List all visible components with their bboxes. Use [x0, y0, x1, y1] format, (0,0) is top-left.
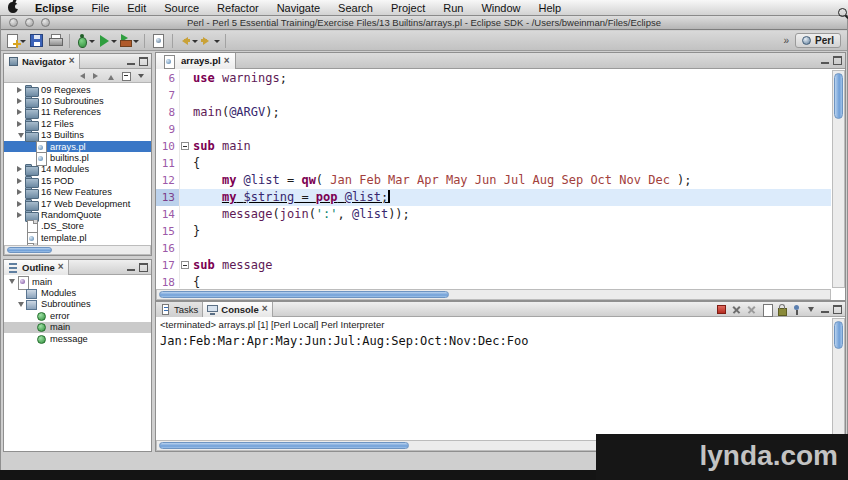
tree-item-randomquote[interactable]: RandomQuote	[4, 209, 151, 220]
line-number[interactable]: 12	[156, 172, 180, 189]
code-line-12[interactable]: 12 my @list = qw( Jan Feb Mar Apr May Ju…	[156, 172, 831, 189]
menu-search[interactable]: Search	[329, 0, 382, 16]
nav-forward-icon[interactable]	[91, 71, 101, 81]
menu-edit[interactable]: Edit	[118, 0, 155, 16]
tasks-tab[interactable]: Tasks	[156, 302, 203, 317]
dropdown-arrow-icon[interactable]	[133, 40, 139, 46]
tree-item-message[interactable]: message	[4, 333, 151, 344]
line-number[interactable]: 11	[156, 155, 180, 172]
close-icon[interactable]	[262, 304, 268, 314]
ext-tools-button[interactable]	[118, 32, 140, 50]
minimize-view-icon[interactable]	[127, 57, 136, 66]
line-number[interactable]: 17	[156, 257, 180, 274]
disclosure-triangle-icon[interactable]	[16, 166, 25, 172]
console-vscrollbar[interactable]	[832, 318, 845, 439]
maximize-view-icon[interactable]	[139, 263, 148, 272]
disclosure-triangle-icon[interactable]	[16, 212, 25, 218]
close-icon[interactable]	[224, 56, 230, 66]
disclosure-triangle-icon[interactable]	[16, 201, 25, 207]
tree-item-14-modules[interactable]: 14 Modules	[4, 164, 151, 175]
menu-refactor[interactable]: Refactor	[208, 0, 268, 16]
editor-tab-arrays-pl[interactable]: arrays.pl	[156, 53, 236, 69]
menu-window[interactable]: Window	[472, 0, 529, 16]
code-editor[interactable]: 6use warnings;78main(@ARGV);910sub main1…	[156, 70, 831, 288]
debug-button[interactable]	[74, 32, 96, 50]
dropdown-arrow-icon[interactable]	[192, 40, 198, 46]
window-titlebar[interactable]: Perl - Perl 5 Essential Training/Exercis…	[1, 16, 847, 30]
tree-item-10-subroutines[interactable]: 10 Subroutines	[4, 95, 151, 106]
disclosure-triangle-icon[interactable]	[16, 109, 25, 115]
perspective-perl-button[interactable]: Perl	[795, 33, 841, 48]
tree-item-template-pl[interactable]: template.pl	[4, 232, 151, 243]
line-number[interactable]: 14	[156, 206, 180, 223]
code-line-15[interactable]: 15}	[156, 223, 831, 240]
code-line-18[interactable]: 18{	[156, 274, 831, 288]
code-line-14[interactable]: 14 message(join(':', @list));	[156, 206, 831, 223]
navigator-hscrollbar[interactable]	[4, 245, 151, 255]
minimize-view-icon[interactable]	[127, 263, 136, 272]
disclosure-triangle-icon[interactable]	[16, 189, 25, 195]
code-line-8[interactable]: 8main(@ARGV);	[156, 104, 831, 121]
menu-source[interactable]: Source	[155, 0, 208, 16]
console-tab[interactable]: Console	[203, 302, 272, 317]
line-number[interactable]: 9	[156, 121, 180, 138]
tree-item-error[interactable]: error	[4, 310, 151, 321]
maximize-editor-icon[interactable]	[833, 56, 842, 65]
scrollbar-thumb[interactable]	[159, 291, 449, 298]
disclosure-triangle-icon[interactable]	[16, 98, 25, 104]
minimize-view-icon[interactable]	[821, 305, 830, 314]
apple-menu[interactable]	[0, 2, 26, 13]
pin-console-icon[interactable]	[791, 304, 802, 315]
perl-doc-button[interactable]	[149, 32, 168, 50]
disclosure-triangle-icon[interactable]	[16, 299, 25, 310]
stop-console-icon[interactable]	[716, 304, 727, 315]
tree-item-11-references[interactable]: 11 References	[4, 107, 151, 118]
disclosure-triangle-icon[interactable]	[7, 276, 16, 287]
close-icon[interactable]	[58, 262, 64, 272]
maximize-view-icon[interactable]	[139, 57, 148, 66]
line-number[interactable]: 18	[156, 274, 180, 288]
menu-project[interactable]: Project	[382, 0, 434, 16]
clear-console-icon[interactable]	[761, 304, 772, 315]
tree-item-12-files[interactable]: 12 Files	[4, 118, 151, 129]
perspective-overflow-chevron[interactable]: »	[784, 35, 790, 46]
menu-console-icon[interactable]	[806, 304, 817, 315]
fold-marker-icon[interactable]	[180, 138, 190, 155]
line-number[interactable]: 15	[156, 223, 180, 240]
menu-navigate[interactable]: Navigate	[268, 0, 329, 16]
line-number[interactable]: 7	[156, 87, 180, 104]
nav-back-icon[interactable]	[76, 71, 86, 81]
disclosure-triangle-icon[interactable]	[16, 87, 25, 93]
new-file-button[interactable]	[5, 32, 27, 50]
maximize-view-icon[interactable]	[833, 305, 842, 314]
disclosure-triangle-icon[interactable]	[16, 130, 25, 141]
outline-tab[interactable]: Outline	[4, 260, 69, 275]
line-number[interactable]: 6	[156, 70, 180, 87]
code-line-9[interactable]: 9	[156, 121, 831, 138]
dropdown-arrow-icon[interactable]	[89, 40, 95, 46]
code-line-16[interactable]: 16	[156, 240, 831, 257]
minimize-editor-icon[interactable]	[821, 56, 830, 65]
editor-hscrollbar[interactable]	[156, 289, 831, 300]
tree-item-builtins-pl[interactable]: builtins.pl	[4, 152, 151, 163]
disclosure-triangle-icon[interactable]	[16, 178, 25, 184]
line-number[interactable]: 10	[156, 138, 180, 155]
tree-item-15-pod[interactable]: 15 POD	[4, 175, 151, 186]
scrollbar-thumb[interactable]	[159, 442, 409, 449]
code-line-6[interactable]: 6use warnings;	[156, 70, 831, 87]
forward-button[interactable]	[199, 32, 221, 50]
tree-item-16-new-features[interactable]: 16 New Features	[4, 187, 151, 198]
nav-up-icon[interactable]	[106, 71, 116, 81]
code-line-10[interactable]: 10sub main	[156, 138, 831, 155]
scrollbar-thumb[interactable]	[7, 247, 52, 253]
tree-item-main[interactable]: main	[4, 322, 151, 333]
tree-item-modules[interactable]: Modules	[4, 287, 151, 298]
code-line-11[interactable]: 11{	[156, 155, 831, 172]
tree-item-17-web-development[interactable]: 17 Web Development	[4, 198, 151, 209]
menu-eclipse[interactable]: Eclipse	[26, 0, 83, 16]
tree-item-main[interactable]: main	[4, 276, 151, 287]
remove-console-icon[interactable]	[731, 304, 742, 315]
menu-run[interactable]: Run	[434, 0, 472, 16]
menu-help[interactable]: Help	[530, 0, 571, 16]
scrollbar-thumb[interactable]	[834, 73, 843, 119]
